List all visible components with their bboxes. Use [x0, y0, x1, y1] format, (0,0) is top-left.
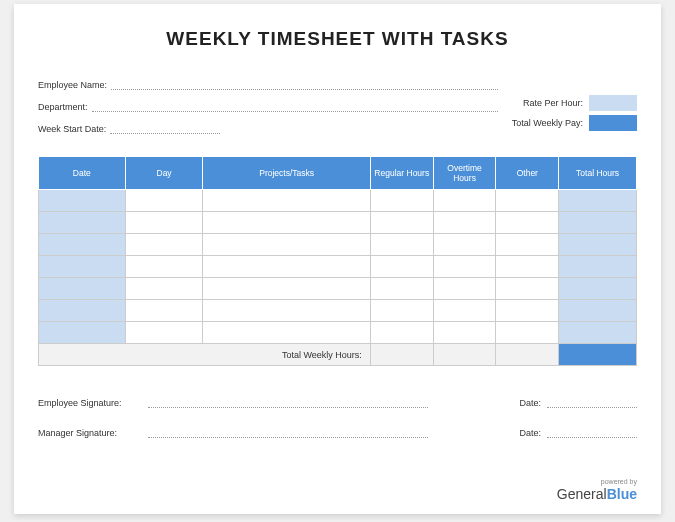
- cell-date[interactable]: [39, 300, 126, 322]
- brand-logo: GeneralBlue: [557, 486, 637, 502]
- table-row: [39, 256, 637, 278]
- cell-reg[interactable]: [370, 234, 433, 256]
- total-reg: [370, 344, 433, 366]
- brand-part2: Blue: [607, 486, 637, 502]
- th-date: Date: [39, 157, 126, 190]
- table-body: Total Weekly Hours:: [39, 190, 637, 366]
- cell-ot[interactable]: [433, 300, 496, 322]
- cell-proj[interactable]: [203, 300, 370, 322]
- cell-date[interactable]: [39, 278, 126, 300]
- table-header-row: Date Day Projects/Tasks Regular Hours Ov…: [39, 157, 637, 190]
- cell-other[interactable]: [496, 190, 559, 212]
- cell-ot[interactable]: [433, 234, 496, 256]
- cell-other[interactable]: [496, 256, 559, 278]
- cell-date[interactable]: [39, 212, 126, 234]
- total-pay-label: Total Weekly Pay:: [482, 118, 589, 128]
- info-block: Employee Name: Department: Week Start Da…: [38, 72, 637, 142]
- employee-name-input[interactable]: [111, 78, 498, 90]
- right-fields: Rate Per Hour: Total Weekly Pay:: [482, 94, 637, 134]
- powered-by-label: powered by: [557, 478, 637, 485]
- department-input[interactable]: [92, 100, 498, 112]
- cell-other[interactable]: [496, 300, 559, 322]
- th-projects: Projects/Tasks: [203, 157, 370, 190]
- total-other: [496, 344, 559, 366]
- department-label: Department:: [38, 102, 92, 112]
- cell-day[interactable]: [125, 190, 203, 212]
- cell-reg[interactable]: [370, 322, 433, 344]
- th-regular: Regular Hours: [370, 157, 433, 190]
- brand-part1: General: [557, 486, 607, 502]
- total-weekly-row: Total Weekly Hours:: [39, 344, 637, 366]
- cell-date[interactable]: [39, 190, 126, 212]
- cell-total: [559, 300, 637, 322]
- footer: powered by GeneralBlue: [557, 478, 637, 502]
- department-row: Department:: [38, 94, 498, 112]
- table-row: [39, 234, 637, 256]
- manager-signature-label: Manager Signature:: [38, 428, 148, 438]
- table-row: [39, 212, 637, 234]
- cell-ot[interactable]: [433, 212, 496, 234]
- cell-date[interactable]: [39, 322, 126, 344]
- week-start-input[interactable]: [110, 122, 220, 134]
- th-overtime: Overtime Hours: [433, 157, 496, 190]
- cell-total: [559, 256, 637, 278]
- total-weekly-hours: [559, 344, 637, 366]
- cell-ot[interactable]: [433, 256, 496, 278]
- cell-ot[interactable]: [433, 322, 496, 344]
- table-row: [39, 190, 637, 212]
- th-total: Total Hours: [559, 157, 637, 190]
- cell-total: [559, 234, 637, 256]
- cell-date[interactable]: [39, 256, 126, 278]
- cell-other[interactable]: [496, 322, 559, 344]
- total-pay-row: Total Weekly Pay:: [482, 114, 637, 132]
- cell-day[interactable]: [125, 278, 203, 300]
- week-start-row: Week Start Date:: [38, 116, 498, 134]
- cell-reg[interactable]: [370, 256, 433, 278]
- table-row: [39, 278, 637, 300]
- cell-proj[interactable]: [203, 256, 370, 278]
- manager-date-label: Date:: [519, 428, 547, 438]
- rate-input[interactable]: [589, 95, 637, 111]
- total-ot: [433, 344, 496, 366]
- cell-reg[interactable]: [370, 300, 433, 322]
- cell-proj[interactable]: [203, 190, 370, 212]
- cell-other[interactable]: [496, 212, 559, 234]
- th-day: Day: [125, 157, 203, 190]
- cell-ot[interactable]: [433, 278, 496, 300]
- cell-other[interactable]: [496, 234, 559, 256]
- cell-total: [559, 190, 637, 212]
- left-fields: Employee Name: Department: Week Start Da…: [38, 72, 498, 138]
- employee-signature-input[interactable]: [148, 396, 428, 408]
- cell-day[interactable]: [125, 300, 203, 322]
- cell-total: [559, 212, 637, 234]
- cell-date[interactable]: [39, 234, 126, 256]
- total-pay-value: [589, 115, 637, 131]
- cell-other[interactable]: [496, 278, 559, 300]
- cell-day[interactable]: [125, 322, 203, 344]
- th-other: Other: [496, 157, 559, 190]
- rate-label: Rate Per Hour:: [482, 98, 589, 108]
- manager-signature-input[interactable]: [148, 426, 428, 438]
- cell-ot[interactable]: [433, 190, 496, 212]
- page-title: WEEKLY TIMESHEET WITH TASKS: [38, 28, 637, 50]
- employee-date-input[interactable]: [547, 396, 637, 408]
- cell-total: [559, 322, 637, 344]
- cell-day[interactable]: [125, 212, 203, 234]
- manager-date-input[interactable]: [547, 426, 637, 438]
- cell-reg[interactable]: [370, 278, 433, 300]
- employee-name-label: Employee Name:: [38, 80, 111, 90]
- manager-signature-row: Manager Signature: Date:: [38, 426, 637, 438]
- week-start-label: Week Start Date:: [38, 124, 110, 134]
- employee-date-label: Date:: [519, 398, 547, 408]
- cell-reg[interactable]: [370, 212, 433, 234]
- signature-block: Employee Signature: Date: Manager Signat…: [38, 396, 637, 438]
- cell-proj[interactable]: [203, 278, 370, 300]
- cell-proj[interactable]: [203, 234, 370, 256]
- table-row: [39, 300, 637, 322]
- cell-proj[interactable]: [203, 322, 370, 344]
- cell-proj[interactable]: [203, 212, 370, 234]
- cell-day[interactable]: [125, 256, 203, 278]
- cell-day[interactable]: [125, 234, 203, 256]
- total-weekly-label: Total Weekly Hours:: [39, 344, 371, 366]
- cell-reg[interactable]: [370, 190, 433, 212]
